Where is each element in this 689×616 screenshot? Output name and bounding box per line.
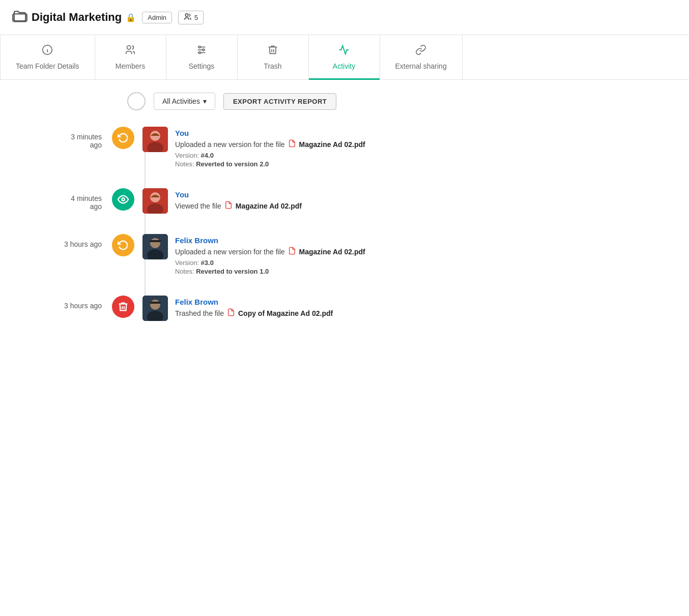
activity-content: Felix Brown Uploaded a new version for t… [175,234,669,275]
filter-button[interactable]: All Activities ▾ [154,93,215,110]
tab-external-sharing[interactable]: External sharing [380,35,463,79]
svg-point-24 [151,239,160,248]
svg-rect-30 [150,302,161,304]
members-badge[interactable]: 5 [178,11,204,24]
tab-label: Members [116,62,145,70]
tab-settings[interactable]: Settings [166,35,238,79]
time-label: 3 minutesago [20,127,112,149]
folder-title: Digital Marketing [32,11,122,24]
lock-icon: 🔒 [126,13,136,22]
svg-point-11 [199,52,201,54]
timeline-item: 3 minutesago You Uploaded [20,127,669,168]
svg-point-1 [185,14,188,16]
tab-members-icon [125,44,136,58]
svg-point-29 [151,300,160,309]
activity-description: Uploaded a new version for the file Maga… [175,139,669,150]
avatar [142,296,168,321]
page-title-group: Digital Marketing 🔒 [12,8,136,26]
avatar [142,234,168,259]
timeline-item: 3 hours ago [20,296,669,321]
file-name: Copy of Magazine Ad 02.pdf [238,309,333,317]
members-count: 5 [194,14,198,21]
user-name[interactable]: You [175,129,669,137]
tab-activity[interactable]: Activity [309,35,380,79]
file-name: Magazine Ad 02.pdf [236,202,302,210]
filter-label: All Activities [162,97,200,105]
timeline-dot-upload [112,127,134,149]
time-label: 3 hours ago [20,296,112,310]
activity-meta-notes: Notes: Reverted to version 1.0 [175,268,669,275]
pdf-icon [227,308,235,318]
svg-point-10 [203,49,205,51]
svg-point-16 [122,198,125,201]
timeline-dot-trash [112,296,134,318]
tab-share-icon [415,44,426,58]
pdf-icon [288,247,296,257]
controls-bar: All Activities ▾ EXPORT ACTIVITY REPORT [127,92,669,110]
activity-content: You Uploaded a new version for the file … [175,127,669,168]
activity-content: You Viewed the file Magazine Ad 02.pdf [175,188,669,213]
timeline-dot-view [112,188,134,211]
file-name: Magazine Ad 02.pdf [299,248,365,256]
activity-description: Viewed the file Magazine Ad 02.pdf [175,201,669,211]
activity-meta-version: Version: #4.0 [175,152,669,159]
tab-settings-icon [196,44,207,58]
tab-team-folder-details[interactable]: Team Folder Details [0,35,95,79]
chevron-down-icon: ▾ [203,97,207,105]
tab-trash[interactable]: Trash [238,35,309,79]
timeline-top-circle [127,92,146,110]
activity-meta-notes: Notes: Reverted to version 2.0 [175,160,669,168]
timeline-dot-upload [112,234,134,256]
tab-label: External sharing [395,62,447,70]
action-text: Uploaded a new version for the file [175,140,285,149]
export-button[interactable]: EXPORT ACTIVITY REPORT [223,93,336,110]
tab-label: Trash [264,62,281,70]
avatar [142,188,168,214]
tabs-bar: Team Folder Details Members Settings [0,35,689,80]
pdf-icon [224,201,233,211]
avatar [142,127,168,152]
action-text: Viewed the file [175,202,221,210]
time-label: 3 hours ago [20,234,112,248]
action-text: Uploaded a new version for the file [175,248,285,256]
file-name: Magazine Ad 02.pdf [299,140,365,149]
tab-label: Activity [333,62,355,70]
user-name[interactable]: Felix Brown [175,298,669,306]
user-name[interactable]: You [175,190,669,199]
tab-activity-icon [338,44,350,58]
timeline-item: 4 minutesago You Viewed t [20,188,669,214]
activity-description: Uploaded a new version for the file Maga… [175,247,669,257]
page-header: Digital Marketing 🔒 Admin 5 [0,0,689,35]
members-icon [184,13,192,22]
folder-icon [12,8,27,26]
tab-label: Settings [189,62,215,70]
time-label: 4 minutesago [20,188,112,211]
svg-rect-25 [150,240,161,242]
user-name[interactable]: Felix Brown [175,236,669,245]
tab-label: Team Folder Details [16,62,79,70]
tab-trash-icon [267,44,278,58]
svg-point-5 [127,46,131,49]
action-text: Trashed the file [175,309,224,317]
svg-point-9 [199,46,201,48]
tab-members[interactable]: Members [95,35,166,79]
admin-badge[interactable]: Admin [142,12,172,23]
main-content: All Activities ▾ EXPORT ACTIVITY REPORT … [0,80,689,354]
activity-timeline: 3 minutesago You Uploaded [20,127,669,321]
pdf-icon [288,139,296,150]
tab-info-icon [42,44,53,58]
timeline-item: 3 hours ago Felix Brown U [20,234,669,275]
activity-meta-version: Version: #3.0 [175,259,669,267]
activity-content: Felix Brown Trashed the file Copy of Mag… [175,296,669,320]
activity-description: Trashed the file Copy of Magazine Ad 02.… [175,308,669,318]
